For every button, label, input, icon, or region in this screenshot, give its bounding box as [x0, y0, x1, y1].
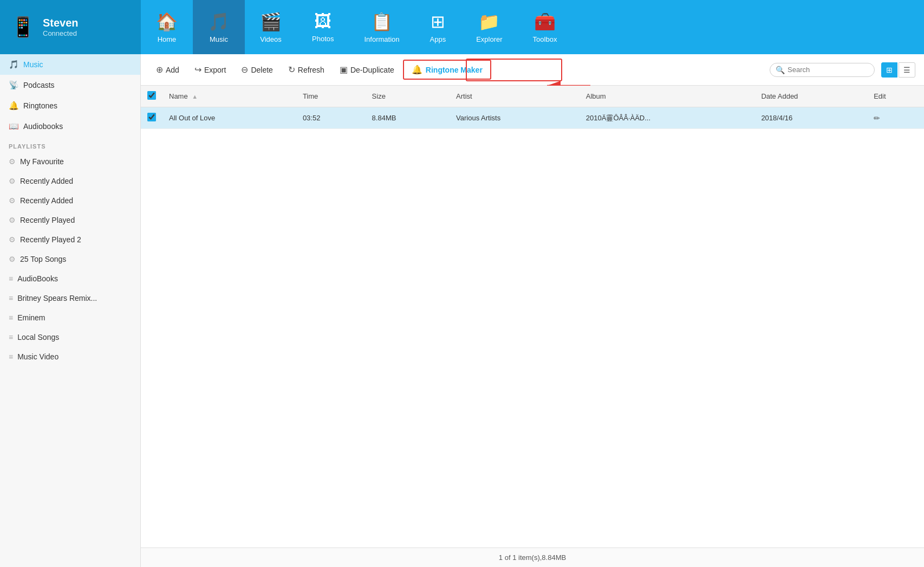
- sidebar-recently-added-2-label: Recently Added: [20, 196, 73, 205]
- sidebar-podcasts-label: Podcasts: [23, 81, 55, 89]
- gear-icon-1: ⚙: [9, 157, 16, 166]
- add-button[interactable]: ⊕ Add: [149, 61, 186, 79]
- gear-icon-6: ⚙: [9, 255, 16, 263]
- device-status: Connected: [43, 29, 79, 37]
- row-edit: ✏: [867, 107, 924, 129]
- nav-apps[interactable]: ⊞ Apps: [415, 0, 461, 54]
- videos-icon: 🎬: [260, 11, 282, 32]
- view-buttons: ⊞ ☰: [881, 62, 915, 78]
- sidebar-britney-label: Britney Spears Remix...: [17, 294, 97, 302]
- sidebar-item-music-video[interactable]: ≡ Music Video: [0, 347, 140, 366]
- sidebar-item-recently-added-1[interactable]: ⚙ Recently Added: [0, 171, 140, 191]
- nav-explorer[interactable]: 📁 Explorer: [461, 0, 517, 54]
- sidebar-item-music[interactable]: 🎵 Music: [0, 54, 140, 75]
- delete-button[interactable]: ⊖ Delete: [235, 61, 279, 79]
- sidebar-local-songs-label: Local Songs: [17, 333, 59, 342]
- music-list-icon-1: ≡: [9, 274, 13, 283]
- deduplicate-button[interactable]: ▣ De-Duplicate: [333, 61, 401, 79]
- top-nav: 📱 Steven Connected 🏠 Home 🎵 Music 🎬 Vide…: [0, 0, 924, 54]
- nav-music[interactable]: 🎵 Music: [193, 0, 245, 54]
- search-input[interactable]: [788, 66, 869, 74]
- nav-explorer-label: Explorer: [476, 35, 502, 43]
- sidebar-item-recently-played-1[interactable]: ⚙ Recently Played: [0, 210, 140, 230]
- header-date-added: Date Added: [754, 86, 867, 107]
- header-size: Size: [366, 86, 450, 107]
- nav-toolbox-label: Toolbox: [533, 35, 557, 43]
- book-icon: 📖: [9, 121, 19, 131]
- grid-view-button[interactable]: ⊞: [881, 62, 897, 78]
- header-album: Album: [580, 86, 755, 107]
- nav-info-label: Information: [364, 35, 399, 43]
- music-list-icon-4: ≡: [9, 333, 13, 342]
- header-edit: Edit: [867, 86, 924, 107]
- nav-information[interactable]: 📋 Information: [349, 0, 414, 54]
- device-info: 📱 Steven Connected: [0, 0, 141, 54]
- apps-icon: ⊞: [431, 11, 445, 32]
- delete-label: Delete: [251, 66, 272, 74]
- sidebar-item-podcasts[interactable]: 📡 Podcasts: [0, 75, 140, 95]
- sidebar-item-local-songs[interactable]: ≡ Local Songs: [0, 327, 140, 347]
- search-icon: 🔍: [776, 66, 785, 74]
- nav-toolbox[interactable]: 🧰 Toolbox: [518, 0, 572, 54]
- header-checkbox-col: [141, 86, 162, 107]
- gear-icon-5: ⚙: [9, 235, 16, 244]
- toolbar-wrapper: ⊕ Add ↪ Export ⊖ Delete ↻ Refresh ▣ De: [141, 54, 924, 86]
- podcast-icon: 📡: [9, 80, 19, 90]
- nav-videos[interactable]: 🎬 Videos: [245, 0, 297, 54]
- export-icon: ↪: [194, 65, 201, 75]
- device-name: Steven: [43, 17, 79, 29]
- sidebar-item-25-top-songs[interactable]: ⚙ 25 Top Songs: [0, 249, 140, 269]
- sidebar-item-ringtones[interactable]: 🔔 Ringtones: [0, 95, 140, 116]
- list-view-button[interactable]: ☰: [899, 62, 915, 78]
- phone-icon: 📱: [11, 16, 35, 38]
- table-header: Name ▲ Time Size Artist Al: [141, 86, 924, 107]
- sidebar-item-my-favourite[interactable]: ⚙ My Favourite: [0, 152, 140, 171]
- header-name: Name ▲: [162, 86, 296, 107]
- sidebar-music-label: Music: [23, 60, 43, 69]
- nav-home[interactable]: 🏠 Home: [141, 0, 193, 54]
- main-layout: 🎵 Music 📡 Podcasts 🔔 Ringtones 📖 Audiobo…: [0, 54, 924, 567]
- export-label: Export: [204, 66, 226, 74]
- add-icon: ⊕: [156, 65, 163, 75]
- toolbar: ⊕ Add ↪ Export ⊖ Delete ↻ Refresh ▣ De: [141, 54, 924, 86]
- ringtone-icon: 🔔: [412, 65, 422, 75]
- sidebar-item-recently-played-2[interactable]: ⚙ Recently Played 2: [0, 230, 140, 249]
- info-icon: 📋: [371, 11, 393, 32]
- select-all-checkbox[interactable]: [147, 91, 156, 100]
- nav-apps-label: Apps: [430, 35, 446, 43]
- gear-icon-2: ⚙: [9, 177, 16, 185]
- photos-icon: 🖼: [314, 11, 331, 31]
- row-checkbox-0[interactable]: [147, 113, 156, 121]
- music-list-icon-3: ≡: [9, 313, 13, 322]
- header-artist: Artist: [450, 86, 580, 107]
- sidebar-recently-played-1-label: Recently Played: [20, 216, 75, 224]
- music-note-icon: 🎵: [9, 60, 19, 69]
- edit-icon[interactable]: ✏: [874, 114, 880, 123]
- refresh-button[interactable]: ↻ Refresh: [282, 61, 331, 79]
- sidebar-audiobooks-label: Audiobooks: [23, 122, 63, 131]
- sidebar-item-britney[interactable]: ≡ Britney Spears Remix...: [0, 288, 140, 308]
- sidebar-item-audiobooks-pl[interactable]: ≡ AudioBooks: [0, 269, 140, 288]
- refresh-label: Refresh: [298, 66, 324, 74]
- table-body: All Out of Love 03:52 8.84MB Various Art…: [141, 107, 924, 129]
- nav-photos[interactable]: 🖼 Photos: [297, 0, 349, 54]
- sidebar-item-eminem[interactable]: ≡ Eminem: [0, 308, 140, 327]
- device-text: Steven Connected: [43, 17, 79, 37]
- sidebar-ringtones-label: Ringtones: [23, 101, 57, 110]
- header-time: Time: [296, 86, 366, 107]
- ringtone-maker-button[interactable]: 🔔 Ringtone Maker: [403, 60, 491, 80]
- explorer-icon: 📁: [478, 11, 500, 32]
- deduplicate-label: De-Duplicate: [350, 66, 394, 74]
- row-checkbox-cell: [141, 107, 162, 129]
- row-size: 8.84MB: [366, 107, 450, 129]
- toolbox-icon: 🧰: [534, 11, 556, 32]
- playlists-section-header: PLAYLISTS: [0, 137, 140, 152]
- sidebar-item-recently-added-2[interactable]: ⚙ Recently Added: [0, 191, 140, 210]
- sidebar-eminem-label: Eminem: [17, 313, 45, 322]
- nav-photos-label: Photos: [312, 35, 334, 43]
- table-area: Name ▲ Time Size Artist Al: [141, 86, 924, 547]
- gear-icon-4: ⚙: [9, 216, 16, 224]
- gear-icon-3: ⚙: [9, 196, 16, 205]
- export-button[interactable]: ↪ Export: [188, 61, 232, 79]
- sidebar-item-audiobooks[interactable]: 📖 Audiobooks: [0, 116, 140, 137]
